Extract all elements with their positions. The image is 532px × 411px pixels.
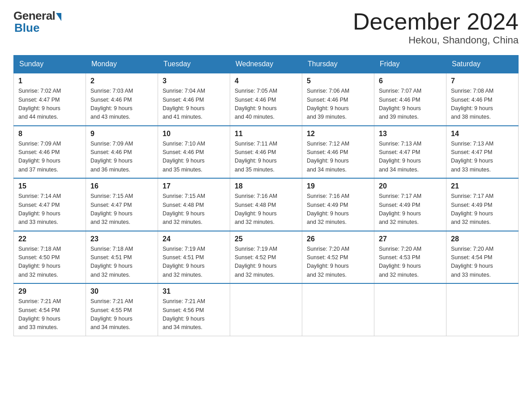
day-info: Sunrise: 7:03 AMSunset: 4:46 PMDaylight:… [90,87,153,122]
day-number: 9 [90,130,153,138]
column-header-monday: Monday [86,56,158,73]
calendar-cell: 31Sunrise: 7:21 AMSunset: 4:56 PMDayligh… [158,283,230,336]
calendar-cell: 22Sunrise: 7:18 AMSunset: 4:50 PMDayligh… [14,231,86,284]
day-number: 12 [307,130,369,138]
day-number: 4 [235,77,297,85]
day-number: 18 [235,182,297,190]
month-title: December 2024 [353,9,519,34]
day-info: Sunrise: 7:16 AMSunset: 4:48 PMDaylight:… [235,192,297,227]
day-info: Sunrise: 7:18 AMSunset: 4:51 PMDaylight:… [90,245,153,280]
calendar-cell: 15Sunrise: 7:14 AMSunset: 4:47 PMDayligh… [14,178,86,231]
day-info: Sunrise: 7:12 AMSunset: 4:46 PMDaylight:… [307,140,369,175]
calendar-cell: 29Sunrise: 7:21 AMSunset: 4:54 PMDayligh… [14,283,86,336]
day-info: Sunrise: 7:21 AMSunset: 4:55 PMDaylight:… [90,297,153,332]
day-info: Sunrise: 7:08 AMSunset: 4:46 PMDaylight:… [451,87,514,122]
day-number: 23 [90,235,153,243]
day-info: Sunrise: 7:13 AMSunset: 4:47 PMDaylight:… [379,140,442,175]
day-number: 5 [307,77,369,85]
calendar-cell: 23Sunrise: 7:18 AMSunset: 4:51 PMDayligh… [86,231,158,284]
day-number: 24 [163,235,225,243]
calendar-cell: 27Sunrise: 7:20 AMSunset: 4:53 PMDayligh… [374,231,446,284]
day-info: Sunrise: 7:13 AMSunset: 4:47 PMDaylight:… [451,140,514,175]
calendar-week-row: 15Sunrise: 7:14 AMSunset: 4:47 PMDayligh… [14,178,519,231]
calendar-cell: 14Sunrise: 7:13 AMSunset: 4:47 PMDayligh… [446,126,519,179]
calendar-cell: 11Sunrise: 7:11 AMSunset: 4:46 PMDayligh… [230,126,302,179]
calendar-cell: 26Sunrise: 7:20 AMSunset: 4:52 PMDayligh… [302,231,374,284]
day-number: 3 [163,77,225,85]
calendar-cell: 4Sunrise: 7:05 AMSunset: 4:46 PMDaylight… [230,73,302,126]
calendar-header-row: SundayMondayTuesdayWednesdayThursdayFrid… [14,56,519,73]
calendar-cell: 5Sunrise: 7:06 AMSunset: 4:46 PMDaylight… [302,73,374,126]
calendar-week-row: 1Sunrise: 7:02 AMSunset: 4:47 PMDaylight… [14,73,519,126]
calendar-cell: 13Sunrise: 7:13 AMSunset: 4:47 PMDayligh… [374,126,446,179]
logo-blue-text: Blue [14,21,39,35]
calendar-cell [230,283,302,336]
day-info: Sunrise: 7:15 AMSunset: 4:48 PMDaylight:… [163,192,225,227]
calendar-cell [446,283,519,336]
day-number: 13 [379,130,442,138]
calendar-cell: 9Sunrise: 7:09 AMSunset: 4:46 PMDaylight… [86,126,158,179]
calendar-cell [302,283,374,336]
day-number: 16 [90,182,153,190]
calendar-week-row: 22Sunrise: 7:18 AMSunset: 4:50 PMDayligh… [14,231,519,284]
location: Hekou, Shandong, China [353,34,519,46]
logo: General Blue [13,9,61,35]
calendar-cell: 30Sunrise: 7:21 AMSunset: 4:55 PMDayligh… [86,283,158,336]
day-number: 20 [379,182,442,190]
calendar-cell: 18Sunrise: 7:16 AMSunset: 4:48 PMDayligh… [230,178,302,231]
calendar-cell [374,283,446,336]
day-number: 2 [90,77,153,85]
title-section: December 2024 Hekou, Shandong, China [353,9,519,46]
day-number: 19 [307,182,369,190]
day-number: 14 [451,130,514,138]
day-info: Sunrise: 7:19 AMSunset: 4:52 PMDaylight:… [235,245,297,280]
logo-arrow-icon [56,13,61,21]
day-number: 8 [18,130,81,138]
column-header-friday: Friday [374,56,446,73]
calendar-cell: 20Sunrise: 7:17 AMSunset: 4:49 PMDayligh… [374,178,446,231]
calendar-cell: 21Sunrise: 7:17 AMSunset: 4:49 PMDayligh… [446,178,519,231]
calendar-cell: 16Sunrise: 7:15 AMSunset: 4:47 PMDayligh… [86,178,158,231]
day-info: Sunrise: 7:06 AMSunset: 4:46 PMDaylight:… [307,87,369,122]
calendar-cell: 19Sunrise: 7:16 AMSunset: 4:49 PMDayligh… [302,178,374,231]
calendar-cell: 17Sunrise: 7:15 AMSunset: 4:48 PMDayligh… [158,178,230,231]
day-number: 26 [307,235,369,243]
day-info: Sunrise: 7:15 AMSunset: 4:47 PMDaylight:… [90,192,153,227]
column-header-saturday: Saturday [446,56,519,73]
day-info: Sunrise: 7:10 AMSunset: 4:46 PMDaylight:… [163,140,225,175]
calendar-cell: 12Sunrise: 7:12 AMSunset: 4:46 PMDayligh… [302,126,374,179]
calendar-cell: 7Sunrise: 7:08 AMSunset: 4:46 PMDaylight… [446,73,519,126]
day-info: Sunrise: 7:20 AMSunset: 4:54 PMDaylight:… [451,245,514,280]
day-info: Sunrise: 7:14 AMSunset: 4:47 PMDaylight:… [18,192,81,227]
calendar-week-row: 29Sunrise: 7:21 AMSunset: 4:54 PMDayligh… [14,283,519,336]
day-info: Sunrise: 7:09 AMSunset: 4:46 PMDaylight:… [90,140,153,175]
calendar-cell: 1Sunrise: 7:02 AMSunset: 4:47 PMDaylight… [14,73,86,126]
day-number: 21 [451,182,514,190]
calendar-table: SundayMondayTuesdayWednesdayThursdayFrid… [13,55,519,336]
day-number: 28 [451,235,514,243]
page-header: General Blue December 2024 Hekou, Shando… [13,9,519,46]
day-info: Sunrise: 7:09 AMSunset: 4:46 PMDaylight:… [18,140,81,175]
column-header-tuesday: Tuesday [158,56,230,73]
day-number: 27 [379,235,442,243]
day-number: 10 [163,130,225,138]
day-info: Sunrise: 7:18 AMSunset: 4:50 PMDaylight:… [18,245,81,280]
column-header-sunday: Sunday [14,56,86,73]
day-number: 11 [235,130,297,138]
day-info: Sunrise: 7:20 AMSunset: 4:52 PMDaylight:… [307,245,369,280]
day-info: Sunrise: 7:20 AMSunset: 4:53 PMDaylight:… [379,245,442,280]
day-info: Sunrise: 7:02 AMSunset: 4:47 PMDaylight:… [18,87,81,122]
calendar-cell: 2Sunrise: 7:03 AMSunset: 4:46 PMDaylight… [86,73,158,126]
day-number: 31 [163,287,225,295]
day-info: Sunrise: 7:17 AMSunset: 4:49 PMDaylight:… [379,192,442,227]
day-number: 6 [379,77,442,85]
day-info: Sunrise: 7:19 AMSunset: 4:51 PMDaylight:… [163,245,225,280]
calendar-cell: 25Sunrise: 7:19 AMSunset: 4:52 PMDayligh… [230,231,302,284]
column-header-wednesday: Wednesday [230,56,302,73]
calendar-cell: 3Sunrise: 7:04 AMSunset: 4:46 PMDaylight… [158,73,230,126]
day-info: Sunrise: 7:07 AMSunset: 4:46 PMDaylight:… [379,87,442,122]
day-info: Sunrise: 7:04 AMSunset: 4:46 PMDaylight:… [163,87,225,122]
day-info: Sunrise: 7:17 AMSunset: 4:49 PMDaylight:… [451,192,514,227]
day-number: 15 [18,182,81,190]
day-info: Sunrise: 7:21 AMSunset: 4:54 PMDaylight:… [18,297,81,332]
